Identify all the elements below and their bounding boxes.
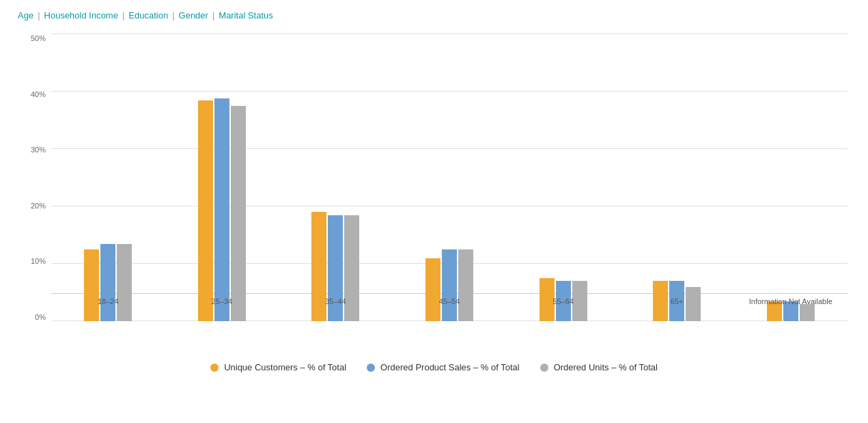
y-axis-label: 10%	[31, 257, 46, 265]
x-axis-label: 65+	[620, 294, 734, 321]
legend: Unique Customers – % of TotalOrdered Pro…	[14, 355, 854, 379]
legend-label-sales: Ordered Product Sales – % of Total	[380, 362, 520, 372]
bars-container	[51, 34, 848, 321]
bar-unique	[198, 100, 213, 321]
view-by-link-age[interactable]: Age	[18, 10, 33, 21]
view-by-link-household-income[interactable]: Household Income	[44, 10, 118, 21]
legend-dot-units	[540, 364, 548, 372]
separator: |	[122, 10, 124, 21]
bar-group	[393, 34, 507, 321]
view-by-link-education[interactable]: Education	[128, 10, 168, 21]
bar-group	[279, 34, 393, 321]
view-by-link-gender[interactable]: Gender	[179, 10, 208, 21]
bar-group	[506, 34, 620, 321]
separator: |	[172, 10, 174, 21]
legend-label-unique: Unique Customers – % of Total	[224, 362, 346, 372]
x-labels: 18–2425–3435–4445–5455–6465+Information …	[51, 294, 848, 321]
legend-label-units: Ordered Units – % of Total	[554, 362, 658, 372]
bar-sales	[214, 98, 229, 321]
y-axis-label: 0%	[35, 313, 46, 321]
bar-group	[733, 34, 848, 321]
legend-dot-sales	[367, 364, 375, 372]
view-by-link-marital-status[interactable]: Marital Status	[219, 10, 272, 21]
y-axis-label: 30%	[31, 146, 46, 154]
legend-item-units: Ordered Units – % of Total	[540, 362, 658, 372]
legend-item-sales: Ordered Product Sales – % of Total	[367, 362, 520, 372]
legend-item-unique: Unique Customers – % of Total	[210, 362, 346, 372]
y-axis: 50%40%30%20%10%0%	[14, 34, 51, 321]
view-by-nav: Age|Household Income|Education|Gender|Ma…	[14, 10, 854, 21]
x-axis-label: 55–64	[506, 294, 620, 321]
separator: |	[212, 10, 214, 21]
legend-dot-unique	[210, 364, 219, 372]
separator: |	[38, 10, 40, 21]
y-axis-label: 40%	[31, 90, 46, 98]
bar-units	[231, 106, 246, 321]
bar-group	[51, 34, 165, 321]
x-axis-label: 25–34	[165, 294, 279, 321]
page-container: Age|Household Income|Education|Gender|Ma…	[0, 0, 868, 390]
y-axis-label: 50%	[31, 34, 46, 42]
x-axis-label: 45–54	[393, 294, 507, 321]
y-axis-label: 20%	[31, 202, 46, 210]
x-axis-label: 35–44	[279, 294, 393, 321]
bar-group	[165, 34, 279, 321]
chart-body: 18–2425–3435–4445–5455–6465+Information …	[51, 34, 848, 321]
chart-area: 50%40%30%20%10%0% 18–2425–3435–4445–5455…	[14, 34, 854, 349]
bar-group	[620, 34, 734, 321]
x-axis-label: 18–24	[51, 294, 165, 321]
x-axis-label: Information Not Available	[733, 294, 848, 321]
